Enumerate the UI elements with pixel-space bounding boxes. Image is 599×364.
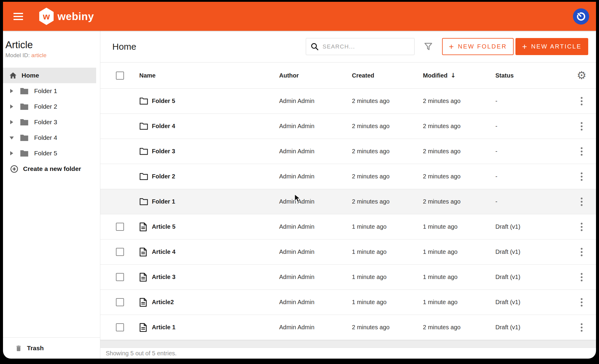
row-checkbox[interactable] — [116, 273, 124, 281]
sidebar-item-home[interactable]: Home — [3, 68, 96, 83]
kebab-menu-icon[interactable] — [578, 196, 586, 208]
user-avatar[interactable] — [573, 8, 589, 25]
search-input[interactable] — [323, 43, 411, 50]
sidebar-folder-item[interactable]: Folder 1 — [3, 83, 96, 99]
sidebar-folder-item[interactable]: Folder 2 — [3, 99, 96, 114]
new-folder-button[interactable]: + NEW FOLDER — [442, 38, 514, 55]
row-name[interactable]: Folder 5 — [152, 98, 175, 104]
row-modified: 2 minutes ago — [423, 123, 495, 130]
row-name[interactable]: Folder 4 — [152, 123, 175, 130]
row-checkbox[interactable] — [116, 323, 124, 331]
column-header-status[interactable]: Status — [495, 72, 568, 79]
column-header-name[interactable]: Name — [139, 72, 279, 79]
document-icon — [139, 273, 147, 282]
row-author: Admin Admin — [279, 173, 352, 180]
kebab-menu-icon[interactable] — [578, 296, 586, 308]
table-row[interactable]: Article 1 Admin Admin 2 minutes ago 2 mi… — [100, 315, 596, 340]
hamburger-menu-icon[interactable] — [13, 13, 23, 20]
row-name[interactable]: Article 3 — [152, 274, 176, 280]
kebab-menu-icon[interactable] — [578, 120, 586, 132]
row-created: 2 minutes ago — [352, 123, 423, 130]
table-row[interactable]: Article 3 Admin Admin 1 minute ago 1 min… — [100, 265, 596, 290]
new-article-button[interactable]: + NEW ARTICLE — [515, 38, 588, 55]
row-checkbox[interactable] — [116, 223, 124, 231]
row-name[interactable]: Folder 3 — [152, 148, 175, 155]
chevron-icon[interactable] — [10, 104, 14, 109]
chevron-icon[interactable] — [10, 136, 14, 140]
document-icon — [139, 323, 147, 332]
main-area: Home + NEW FOLDER — [100, 31, 596, 359]
row-status: - — [495, 98, 568, 104]
chevron-icon[interactable] — [10, 120, 14, 124]
table-row[interactable]: Article 4 Admin Admin 1 minute ago 1 min… — [100, 239, 596, 265]
row-author: Admin Admin — [279, 299, 352, 306]
gravatar-icon — [574, 9, 588, 23]
row-status: Draft (v1) — [495, 274, 568, 280]
sidebar-folder-item[interactable]: Folder 5 — [3, 145, 96, 161]
table-row[interactable]: Folder 2 Admin Admin 2 minutes ago 2 min… — [100, 164, 596, 189]
row-created: 2 minutes ago — [352, 173, 423, 180]
folder-icon — [139, 173, 148, 181]
kebab-menu-icon[interactable] — [578, 221, 586, 233]
sidebar: Article Model ID: article Home — [3, 31, 100, 359]
create-folder-button[interactable]: Create a new folder — [3, 161, 96, 177]
kebab-menu-icon[interactable] — [578, 95, 586, 107]
kebab-menu-icon[interactable] — [578, 271, 586, 283]
filter-button[interactable] — [423, 41, 434, 52]
row-created: 1 minute ago — [352, 299, 423, 306]
home-icon — [9, 72, 17, 79]
row-checkbox[interactable] — [116, 298, 124, 306]
sidebar-item-trash[interactable]: Trash — [3, 337, 100, 359]
column-header-created[interactable]: Created — [352, 72, 423, 79]
table-row[interactable]: Folder 1 Admin Admin 2 minutes ago 2 min… — [100, 189, 596, 214]
table-settings-gear-icon[interactable]: ⚙ — [568, 70, 596, 81]
model-id: Model ID: article — [5, 52, 97, 59]
kebab-menu-icon[interactable] — [578, 321, 586, 333]
table-header: Name Author Created Modified ↓ Status ⚙ — [100, 62, 596, 89]
table-body: Folder 5 Admin Admin 2 minutes ago 2 min… — [100, 89, 596, 340]
folder-icon — [139, 122, 148, 130]
row-name[interactable]: Article2 — [152, 299, 174, 306]
chevron-icon[interactable] — [10, 89, 14, 93]
row-author: Admin Admin — [279, 148, 352, 155]
row-name[interactable]: Folder 1 — [152, 198, 175, 205]
row-status: Draft (v1) — [495, 299, 568, 306]
table-row[interactable]: Folder 4 Admin Admin 2 minutes ago 2 min… — [100, 114, 596, 139]
search-box[interactable] — [306, 38, 415, 55]
column-header-modified[interactable]: Modified ↓ — [423, 72, 495, 79]
kebab-menu-icon[interactable] — [578, 171, 586, 183]
webiny-logo-icon[interactable]: w — [39, 8, 54, 25]
select-all-checkbox[interactable] — [116, 72, 124, 80]
chevron-icon[interactable] — [10, 151, 14, 155]
row-modified: 2 minutes ago — [423, 173, 495, 180]
row-checkbox[interactable] — [116, 248, 124, 256]
table-footer: Showing 5 out of 5 entries. — [100, 348, 596, 359]
app-window: w webiny Article Model ID: article — [3, 2, 596, 359]
entries-count: Showing 5 out of 5 entries. — [106, 350, 177, 357]
row-name[interactable]: Folder 2 — [152, 173, 175, 180]
row-status: - — [495, 173, 568, 180]
webiny-wordmark: webiny — [58, 10, 94, 22]
folder-icon — [139, 97, 148, 105]
kebab-menu-icon[interactable] — [578, 246, 586, 258]
folder-icon — [20, 134, 29, 142]
row-name[interactable]: Article 5 — [152, 223, 176, 230]
table-row[interactable]: Folder 5 Admin Admin 2 minutes ago 2 min… — [100, 89, 596, 114]
row-name[interactable]: Article 4 — [152, 248, 176, 255]
table-row[interactable]: Article 5 Admin Admin 1 minute ago 1 min… — [100, 214, 596, 239]
document-icon — [139, 248, 147, 257]
sidebar-folder-item[interactable]: Folder 4 — [3, 130, 96, 145]
kebab-menu-icon[interactable] — [578, 145, 586, 157]
table-row[interactable]: Article2 Admin Admin 1 minute ago 1 minu… — [100, 290, 596, 315]
plus-icon: + — [449, 43, 454, 51]
row-author: Admin Admin — [279, 274, 352, 280]
folder-tree: Folder 1 Folder 2 Folder 3 Folder 4 — [3, 83, 100, 161]
row-author: Admin Admin — [279, 198, 352, 205]
row-author: Admin Admin — [279, 123, 352, 130]
row-name[interactable]: Article 1 — [152, 324, 176, 331]
sidebar-folder-item[interactable]: Folder 3 — [3, 114, 96, 130]
row-created: 2 minutes ago — [352, 98, 423, 104]
row-status: Draft (v1) — [495, 248, 568, 255]
column-header-author[interactable]: Author — [279, 72, 352, 79]
table-row[interactable]: Folder 3 Admin Admin 2 minutes ago 2 min… — [100, 139, 596, 164]
